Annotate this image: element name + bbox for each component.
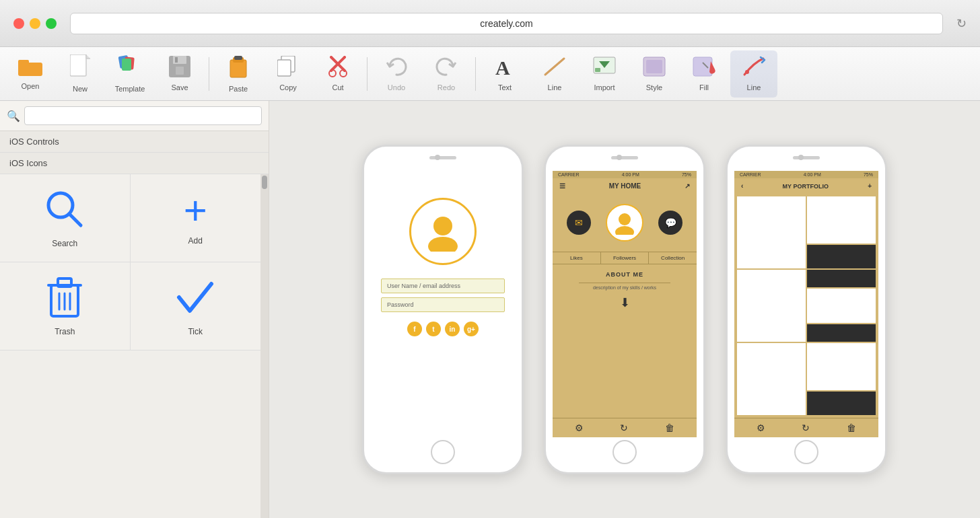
toolbar-item-import[interactable]: Import: [581, 50, 628, 98]
portfolio-cell-white-1: [737, 196, 806, 268]
download-arrow-icon: ⬇: [620, 295, 630, 310]
template-label: Template: [115, 85, 145, 93]
phone-mockup-2: CARRIER 4:00 PM 75% ☰ MY HOME ↗ ✉: [544, 145, 705, 474]
maximize-button[interactable]: [46, 18, 57, 29]
template-icon: [118, 54, 142, 82]
folder-icon: [18, 57, 42, 79]
facebook-button[interactable]: f: [407, 322, 422, 336]
svg-point-37: [433, 217, 452, 235]
phone-speaker-2: [611, 156, 638, 159]
social-icons: f t in g+: [407, 322, 479, 336]
portfolio-trash-icon[interactable]: 🗑: [847, 422, 856, 433]
new-doc-icon: [70, 54, 90, 82]
import-label: Import: [594, 83, 615, 91]
address-bar[interactable]: creately.com: [70, 13, 943, 34]
fill-label: Fill: [699, 83, 709, 91]
password-field[interactable]: Password: [381, 297, 505, 312]
google-button[interactable]: g+: [464, 322, 479, 336]
phone-home-btn-1[interactable]: [431, 440, 455, 464]
linkedin-button[interactable]: in: [445, 322, 460, 336]
scroll-thumb[interactable]: [262, 176, 267, 189]
refresh-button[interactable]: ↻: [956, 16, 967, 31]
add-icon-label: Add: [188, 236, 203, 246]
svg-text:A: A: [495, 57, 510, 77]
toolbar-item-template[interactable]: Template: [106, 50, 153, 98]
redo-icon: [435, 56, 457, 81]
svg-rect-2: [70, 54, 86, 76]
toolbar-item-paste[interactable]: Paste: [215, 50, 262, 98]
tab-followers[interactable]: Followers: [601, 252, 650, 264]
hamburger-icon[interactable]: ☰: [559, 182, 565, 190]
list-item-add[interactable]: + Add: [131, 174, 261, 262]
tick-icon: [174, 276, 217, 322]
toolbar-item-undo[interactable]: Undo: [373, 50, 420, 98]
sidebar-search-input[interactable]: [24, 106, 262, 125]
app-container: Open New Template Save: [0, 47, 980, 518]
svg-line-20: [545, 59, 564, 75]
list-item-trash[interactable]: Trash: [0, 262, 131, 350]
portfolio-row-1: [737, 196, 876, 268]
minimize-button[interactable]: [30, 18, 40, 29]
toolbar-item-text[interactable]: A Text: [481, 50, 528, 98]
external-link-icon[interactable]: ↗: [685, 182, 690, 190]
toolbar-item-fill[interactable]: Fill: [680, 50, 728, 98]
toolbar-item-open[interactable]: Open: [7, 50, 54, 98]
portfolio-settings-icon[interactable]: ⚙: [757, 422, 765, 433]
toolbar-item-line2[interactable]: Line: [730, 50, 777, 98]
sidebar-search-icon: 🔍: [7, 110, 20, 122]
add-icon: +: [184, 190, 207, 231]
sidebar-search-bar: 🔍: [0, 101, 269, 131]
phone-mockup-1: User Name / email address Password f t i…: [362, 145, 524, 474]
style-icon: [642, 56, 666, 81]
login-screen: User Name / email address Password f t i…: [371, 171, 515, 437]
sidebar-item-ios-controls[interactable]: iOS Controls: [0, 131, 269, 153]
svg-rect-1: [18, 60, 29, 65]
cut-label: Cut: [332, 83, 343, 91]
login-avatar: [409, 198, 477, 265]
toolbar-item-redo[interactable]: Redo: [423, 50, 470, 98]
portfolio-header: ‹ MY PORTFOLIO +: [734, 178, 878, 194]
trash-icon: [43, 276, 86, 322]
toolbar-separator-2: [367, 57, 368, 91]
svg-rect-12: [234, 56, 242, 60]
svg-rect-8: [176, 67, 184, 75]
chat-icon-circle[interactable]: 💬: [658, 211, 682, 235]
sidebar-scrollbar[interactable]: [260, 174, 269, 518]
list-item-search[interactable]: Search: [0, 174, 131, 262]
tab-collection[interactable]: Collection: [649, 252, 697, 264]
list-item-tick[interactable]: Tick: [131, 262, 261, 350]
paste-icon: [228, 54, 249, 82]
phone-home-btn-3[interactable]: [794, 440, 818, 464]
myhome-status-bar: CARRIER 4:00 PM 75%: [553, 171, 697, 178]
trash-footer-icon[interactable]: 🗑: [665, 422, 674, 433]
toolbar-item-save[interactable]: Save: [156, 50, 203, 98]
sidebar-item-ios-icons[interactable]: iOS Icons: [0, 153, 269, 174]
tab-likes[interactable]: Likes: [553, 252, 601, 264]
svg-point-39: [619, 213, 631, 225]
back-chevron-icon[interactable]: ‹: [741, 182, 743, 190]
time-text-3: 4:00 PM: [804, 172, 821, 177]
sidebar-icons-grid: Search + Add: [0, 174, 260, 350]
toolbar-item-new[interactable]: New: [57, 50, 104, 98]
twitter-button[interactable]: t: [426, 322, 441, 336]
toolbar-item-line[interactable]: Line: [531, 50, 578, 98]
portfolio-refresh-icon[interactable]: ↻: [802, 422, 810, 433]
svg-rect-26: [693, 57, 712, 76]
phone-home-btn-2[interactable]: [612, 440, 637, 464]
email-icon-circle[interactable]: ✉: [567, 211, 591, 235]
traffic-lights: [13, 18, 57, 29]
settings-icon[interactable]: ⚙: [575, 422, 584, 433]
myhome-content: ABOUT ME description of my skills / work…: [553, 264, 697, 418]
username-field[interactable]: User Name / email address: [381, 279, 505, 293]
refresh-icon[interactable]: ↻: [620, 422, 628, 433]
toolbar-separator-1: [209, 57, 209, 91]
toolbar-item-cut[interactable]: Cut: [314, 50, 361, 98]
close-button[interactable]: [13, 18, 24, 29]
portfolio-cell-dark-1: [807, 245, 876, 268]
toolbar-item-style[interactable]: Style: [631, 50, 678, 98]
style-label: Style: [646, 83, 662, 91]
toolbar-item-copy[interactable]: Copy: [265, 50, 312, 98]
portfolio-row-2: [737, 270, 876, 342]
svg-rect-14: [277, 60, 291, 76]
add-portfolio-icon[interactable]: +: [868, 182, 872, 190]
